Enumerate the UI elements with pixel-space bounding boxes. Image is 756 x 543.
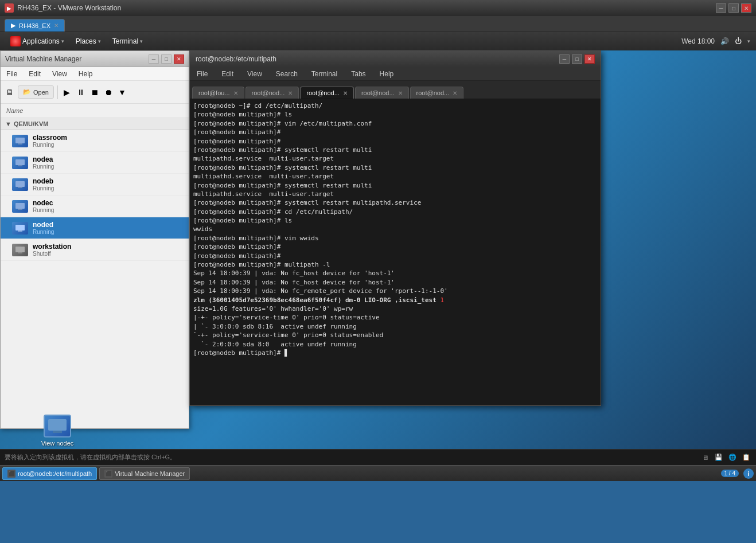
vmm-dropdown-btn[interactable]: ▼ [116, 87, 128, 98]
term-menu-edit[interactable]: Edit [219, 69, 236, 79]
vm-name-noded: noded [33, 221, 54, 229]
vmm-window: Virtual Machine Manager ─ □ ✕ File Edit … [0, 50, 189, 429]
close-button[interactable]: ✕ [741, 3, 751, 13]
applications-label: Applications [22, 37, 60, 45]
terminal-tab-3-close[interactable]: ✕ [343, 90, 348, 96]
terminal-tab-5-close[interactable]: ✕ [453, 90, 457, 96]
vm-item-nodec[interactable]: nodec Running [1, 196, 189, 217]
vmm-menu-view[interactable]: View [50, 69, 69, 79]
terminal-line-18: [root@nodeb multipath]# [193, 252, 597, 260]
vmm-menu-edit[interactable]: Edit [26, 69, 43, 79]
terminal-line-prompt: [root@nodeb multipath]# ▋ [193, 349, 597, 357]
taskbar-info-icon[interactable]: i [743, 468, 754, 479]
svg-rect-8 [15, 225, 25, 231]
desktop-icon-viewnodec[interactable]: View nodec [34, 415, 80, 447]
vm-info-noded: noded Running [33, 221, 54, 235]
taskbar-terminal-label: root@nodeb:/etc/multipath [18, 470, 92, 477]
terminal-tab-4[interactable]: root@nod... ✕ [355, 87, 409, 99]
vmm-pause-btn[interactable]: ⏸ [75, 87, 87, 98]
vmm-name-column-header: Name [1, 104, 189, 118]
vm-info-workstation: workstation Shutoff [33, 243, 71, 257]
vmm-close-btn[interactable]: ✕ [174, 54, 184, 64]
terminal-minimize-btn[interactable]: ─ [559, 54, 570, 64]
status-icons: 🖥 💾 🌐 📋 [700, 452, 751, 463]
terminal-line-20: Sep 14 18:00:39 | vda: No fc_host device… [193, 269, 597, 278]
terminal-tab-1-close[interactable]: ✕ [233, 90, 238, 96]
desktop-icon-image [44, 415, 71, 437]
vm-status-noded: Running [33, 229, 54, 235]
vmm-stop-btn[interactable]: ⏹ [89, 87, 100, 98]
terminal-line-16: [root@nodeb multipath]# vim wwids [193, 234, 597, 243]
terminal-line-14: [root@nodeb multipath]# ls [193, 216, 597, 225]
power-icon[interactable]: ⏻ [735, 37, 742, 45]
terminal-tab-2[interactable]: root@nod... ✕ [245, 87, 299, 99]
vmm-display-icon[interactable]: 🖥 [4, 87, 15, 98]
vm-icon-nodeb [12, 178, 28, 191]
vmm-content: Name ▼ QEMU/KVM classroom Running [1, 104, 189, 428]
terminal-tab-5[interactable]: root@nod... ✕ [410, 87, 464, 99]
terminal-tab-4-close[interactable]: ✕ [398, 90, 403, 96]
vmware-tab-rh436[interactable]: ▶ RH436_EX ✕ [5, 19, 65, 32]
terminal-line-5: [root@nodeb multipath]# [193, 137, 597, 146]
vmm-minimize-btn[interactable]: ─ [149, 54, 159, 64]
svg-rect-13 [53, 431, 62, 433]
vmm-play-btn[interactable]: ▶ [61, 87, 73, 98]
vm-item-noded[interactable]: noded Running [1, 217, 189, 239]
topbar-right: Wed 18:00 🔊 ⏻ ▾ [681, 37, 750, 45]
terminal-tab-3[interactable]: root@nod... ✕ [300, 87, 354, 99]
terminal-body[interactable]: [root@nodeb ~]# cd /etc/multipath/ [root… [190, 99, 601, 405]
vmm-record-btn[interactable]: ⏺ [103, 87, 114, 98]
terminal-window: root@nodeb:/etc/multipath ─ □ ✕ File Edi… [189, 50, 601, 406]
terminal-menu[interactable]: Terminal ▾ [108, 35, 147, 48]
topbar-chevron: ▾ [747, 38, 750, 44]
terminal-tab-1-label: root@fou... [198, 89, 230, 96]
term-menu-file[interactable]: File [194, 69, 210, 79]
terminal-line-6: [root@nodeb multipath]# systemctl restar… [193, 146, 597, 154]
places-menu[interactable]: Places ▾ [71, 35, 106, 48]
term-menu-help[interactable]: Help [377, 69, 396, 79]
titlebar-left: ▶ RH436_EX - VMware Workstation [5, 3, 121, 13]
terminal-close-btn[interactable]: ✕ [584, 54, 595, 64]
vmm-maximize-btn[interactable]: □ [161, 54, 172, 64]
statusbar: 要将输入定向到该虚拟机，请在虚拟机内部单击或按 Ctrl+G。 🖥 💾 🌐 📋 [0, 449, 756, 465]
vm-item-workstation[interactable]: workstation Shutoff [1, 239, 189, 261]
desktop-icon-label: View nodec [41, 440, 74, 447]
applications-menu[interactable]: Applications ▾ [6, 34, 69, 49]
volume-icon[interactable]: 🔊 [720, 37, 729, 45]
svg-rect-6 [15, 203, 25, 209]
taskbar-vmm-icon: ⬛ [104, 470, 112, 478]
term-menu-view[interactable]: View [245, 69, 264, 79]
terminal-tab-3-label: root@nod... [306, 89, 340, 96]
terminal-line-11: multipathd.service multi-user.target [193, 190, 597, 198]
vm-name-classroom: classroom [33, 134, 67, 142]
term-menu-search[interactable]: Search [274, 69, 300, 79]
vm-item-nodeb[interactable]: nodeb Running [1, 174, 189, 196]
taskbar-item-vmm[interactable]: ⬛ Virtual Machine Manager [99, 467, 190, 480]
terminal-line-policy1: |-+- policy='service-time 0' prio=0 stat… [193, 313, 597, 322]
terminal-line-policy2: `-+- policy='service-time 0' prio=0 stat… [193, 331, 597, 339]
terminal-label: Terminal [112, 37, 138, 45]
terminal-line-21: Sep 14 18:00:39 | vda: No fc_host device… [193, 278, 597, 287]
vm-item-nodea[interactable]: nodea Running [1, 152, 189, 174]
vm-icon-noded [12, 222, 28, 235]
terminal-maximize-btn[interactable]: □ [572, 54, 582, 64]
term-menu-tabs[interactable]: Tabs [349, 69, 368, 79]
vmware-tab-close[interactable]: ✕ [54, 22, 59, 29]
vmm-menu-help[interactable]: Help [76, 69, 95, 79]
vm-info-classroom: classroom Running [33, 134, 67, 148]
vmm-menu-file[interactable]: File [4, 69, 20, 79]
maximize-button[interactable]: □ [728, 3, 739, 13]
svg-rect-1 [18, 143, 22, 144]
terminal-line-22: Sep 14 18:00:39 | vda: No fc_remote_port… [193, 287, 597, 295]
terminal-tab-1[interactable]: root@fou... ✕ [192, 87, 244, 99]
term-menu-terminal[interactable]: Terminal [309, 69, 340, 79]
taskbar-item-terminal[interactable]: ⬛ root@nodeb:/etc/multipath [2, 467, 97, 480]
vmm-open-btn[interactable]: 📂 Open [18, 85, 54, 99]
terminal-tab-2-close[interactable]: ✕ [288, 90, 293, 96]
terminal-line-7: multipathd.service multi-user.target [193, 154, 597, 163]
vm-name-workstation: workstation [33, 243, 71, 251]
terminal-red-number: 1 [440, 296, 444, 304]
minimize-button[interactable]: ─ [716, 3, 726, 13]
vm-name-nodec: nodec [33, 199, 54, 207]
vm-item-classroom[interactable]: classroom Running [1, 130, 189, 152]
